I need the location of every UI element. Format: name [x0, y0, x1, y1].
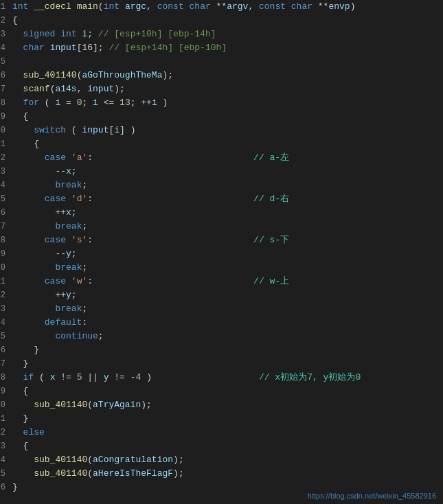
line-number: 7	[0, 220, 10, 233]
code-container: 1int __cdecl main(int argc, const char *…	[0, 0, 443, 504]
code-line: 7 }	[0, 357, 443, 371]
line-content: break;	[10, 179, 443, 192]
line-content: {	[10, 110, 443, 123]
line-number: 4	[0, 42, 10, 55]
line-content: if ( x != 5 || y != -4 ) // x初始为7, y初始为0	[10, 371, 443, 384]
line-number: 1	[0, 275, 10, 288]
line-number: 2	[0, 152, 10, 165]
line-number: 0	[0, 399, 10, 412]
line-number: 2	[0, 289, 10, 302]
code-line: 5 sub_401140(aHereIsTheFlagF);	[0, 467, 443, 481]
code-line: 6 sub_401140(aGoThroughTheMa);	[0, 69, 443, 82]
line-content: }	[10, 412, 443, 425]
line-number: 6	[0, 481, 10, 494]
line-content: {	[10, 137, 443, 150]
line-content: }	[10, 357, 443, 370]
code-line: 4 char input[16]; // [esp+14h] [ebp-10h]	[0, 41, 443, 55]
line-content: continue;	[10, 330, 443, 343]
line-content: sub_401140(aCongratulation);	[10, 453, 443, 466]
line-number: 7	[0, 83, 10, 96]
code-line: 5 case 'd': // d-右	[0, 192, 443, 206]
line-number: 5	[0, 193, 10, 206]
code-line: 8 if ( x != 5 || y != -4 ) // x初始为7, y初始…	[0, 371, 443, 385]
code-line: 9 {	[0, 110, 443, 124]
code-line: 6 }	[0, 343, 443, 357]
code-line: 4 sub_401140(aCongratulation);	[0, 453, 443, 467]
code-line: 4 default:	[0, 316, 443, 330]
line-content: char input[16]; // [esp+14h] [ebp-10h]	[10, 41, 443, 54]
line-number: 3	[0, 303, 10, 316]
code-line: 2 else	[0, 426, 443, 439]
line-content: --x;	[10, 165, 443, 178]
line-number: 1	[0, 413, 10, 426]
line-number: 6	[0, 207, 10, 220]
code-line: 1int __cdecl main(int argc, const char *…	[0, 0, 443, 14]
code-line: 5	[0, 55, 443, 69]
line-content: --y;	[10, 247, 443, 260]
line-number: 4	[0, 179, 10, 192]
line-number: 5	[0, 56, 10, 69]
line-content: {	[10, 385, 443, 398]
line-number: 5	[0, 330, 10, 343]
code-line: 2{	[0, 14, 443, 27]
line-number: 6	[0, 69, 10, 82]
line-number: 4	[0, 454, 10, 467]
line-content: break;	[10, 220, 443, 233]
line-content	[10, 55, 443, 68]
code-line: 9 --y;	[0, 247, 443, 261]
line-number: 2	[0, 14, 10, 27]
code-line: 5 continue;	[0, 330, 443, 343]
line-number: 9	[0, 248, 10, 261]
line-content: ++y;	[10, 288, 443, 301]
code-line: 4 break;	[0, 179, 443, 192]
line-number: 9	[0, 111, 10, 124]
code-line: 0 sub_401140(aTryAgain);	[0, 398, 443, 412]
code-line: 3 --x;	[0, 165, 443, 179]
line-number: 0	[0, 124, 10, 137]
line-content: case 's': // s-下	[10, 233, 443, 247]
line-content: case 'w': // w-上	[10, 275, 443, 288]
code-line: 1 {	[0, 137, 443, 151]
line-number: 4	[0, 317, 10, 330]
line-content: break;	[10, 302, 443, 315]
line-number: 2	[0, 426, 10, 439]
line-number: 3	[0, 165, 10, 179]
line-content: sub_401140(aTryAgain);	[10, 398, 443, 411]
code-line: 8 case 's': // s-下	[0, 233, 443, 247]
line-content: ++x;	[10, 206, 443, 219]
line-content: else	[10, 426, 443, 439]
code-line: 7 break;	[0, 220, 443, 233]
code-line: 3 {	[0, 439, 443, 453]
line-number: 6	[0, 344, 10, 357]
code-line: 1 case 'w': // w-上	[0, 275, 443, 288]
line-number: 0	[0, 262, 10, 275]
line-content: {	[10, 14, 443, 27]
line-number: 9	[0, 385, 10, 398]
code-line: 0 switch ( input[i] )	[0, 124, 443, 137]
line-content: sub_401140(aGoThroughTheMa);	[10, 69, 443, 82]
code-line: 2 ++y;	[0, 288, 443, 302]
line-number: 8	[0, 371, 10, 385]
code-line: 9 {	[0, 385, 443, 398]
line-content: scanf(a14s, input);	[10, 82, 443, 95]
line-number: 3	[0, 440, 10, 453]
line-content: signed int i; // [esp+10h] [ebp-14h]	[10, 27, 443, 41]
line-number: 8	[0, 97, 10, 110]
code-line: 8 for ( i = 0; i <= 13; ++i )	[0, 96, 443, 110]
line-number: 1	[0, 1, 10, 14]
code-line: 7 scanf(a14s, input);	[0, 82, 443, 96]
line-content: break;	[10, 261, 443, 274]
line-content: sub_401140(aHereIsTheFlagF);	[10, 467, 443, 480]
line-content: case 'a': // a-左	[10, 151, 443, 164]
code-line: 2 case 'a': // a-左	[0, 151, 443, 165]
line-content: {	[10, 439, 443, 453]
watermark: https://blog.csdn.net/weixin_45582916	[308, 492, 436, 500]
line-content: for ( i = 0; i <= 13; ++i )	[10, 96, 443, 109]
line-content: switch ( input[i] )	[10, 124, 443, 137]
line-content: default:	[10, 316, 443, 329]
line-content: case 'd': // d-右	[10, 192, 443, 205]
line-content: int __cdecl main(int argc, const char **…	[10, 0, 443, 13]
line-number: 1	[0, 138, 10, 151]
code-line: 3 signed int i; // [esp+10h] [ebp-14h]	[0, 27, 443, 41]
line-content: }	[10, 343, 443, 356]
